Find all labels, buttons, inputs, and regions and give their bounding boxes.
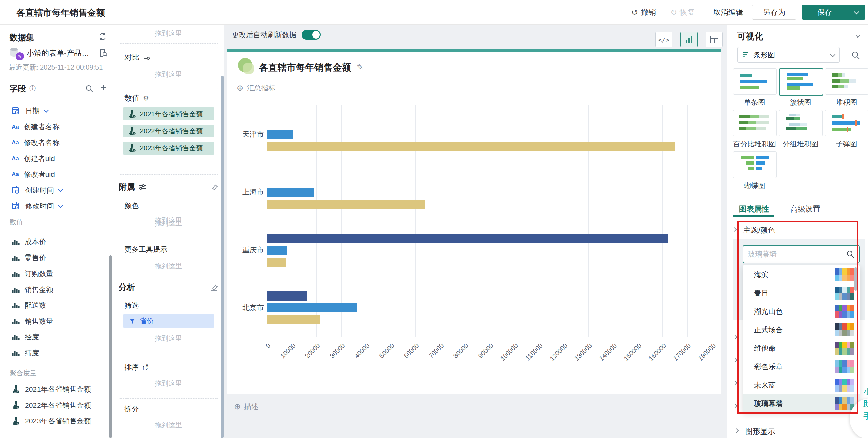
filter-pill[interactable]: 省份 xyxy=(123,314,214,328)
theme-option[interactable]: 海滨 xyxy=(743,265,860,284)
auto-refresh-toggle[interactable] xyxy=(302,30,321,40)
save-button[interactable]: 保存 xyxy=(802,5,848,20)
theme-option[interactable]: 玻璃幕墙 xyxy=(743,394,860,413)
dataset-preview-icon[interactable] xyxy=(99,48,108,57)
dataset-refresh-icon[interactable] xyxy=(98,32,107,41)
value-pill[interactable]: 2021年各省销售金额 xyxy=(123,107,214,120)
view-chart-button[interactable] xyxy=(680,32,698,47)
undo-button[interactable]: ↺ 撤销 xyxy=(631,6,656,18)
field-item-dimension[interactable]: 日期 xyxy=(12,103,110,119)
theme-option[interactable]: 湖光山色 xyxy=(743,302,860,321)
view-code-button[interactable]: </> xyxy=(655,32,672,47)
sort-shelf[interactable]: 排序 ↑ AZ 拖到这里 xyxy=(119,357,218,394)
field-item-measure[interactable]: 零售价 xyxy=(12,250,110,266)
tooltip-shelf[interactable]: 更多工具提示 拖到这里 xyxy=(119,239,218,277)
theme-option[interactable]: 正式场合 xyxy=(743,321,860,339)
shelf-scrollbar[interactable] xyxy=(221,76,224,438)
chart-bar[interactable] xyxy=(267,188,314,197)
chart-type-option[interactable] xyxy=(779,68,823,96)
field-item-dimension[interactable]: Aa创建者名称 xyxy=(12,119,110,135)
chart-bar[interactable] xyxy=(267,291,307,301)
redo-button[interactable]: ↻ 恢复 xyxy=(670,6,695,18)
field-item-measure[interactable]: 纬度 xyxy=(12,345,110,361)
description-button[interactable]: ⊕ 描述 xyxy=(234,402,258,411)
compare-shelf[interactable]: 对比 拖到这里 xyxy=(119,47,218,84)
chart-type-option[interactable] xyxy=(733,151,777,178)
field-item-measure[interactable]: 销售金额 xyxy=(12,282,110,298)
chart-type-option[interactable] xyxy=(733,110,777,136)
chevron-down-icon[interactable] xyxy=(58,202,63,208)
bar-measure-icon xyxy=(12,333,20,341)
field-item-measure[interactable]: 订购数量 xyxy=(12,266,110,282)
thumb-bar xyxy=(748,167,754,170)
field-item-aggregate[interactable]: 2021年各省销售金额 xyxy=(12,381,113,397)
chart-type-option[interactable] xyxy=(733,68,777,95)
values-shelf[interactable]: 数值 ⚙ 2021年各省销售金额2022年各省销售金额2023年各省销售金额 拖… xyxy=(119,88,218,175)
chart-type-option[interactable] xyxy=(825,68,868,95)
dataset-item[interactable]: ✎ 小策的表单-产品练习... xyxy=(9,46,104,61)
field-item-dimension[interactable]: Aa修改者名称 xyxy=(12,135,110,151)
thumb-bar xyxy=(741,156,754,159)
table-icon xyxy=(710,36,718,43)
chevron-down-icon[interactable] xyxy=(44,107,49,113)
chart-bar[interactable] xyxy=(267,315,320,324)
value-pill[interactable]: 2022年各省销售金额 xyxy=(123,125,214,137)
view-table-button[interactable] xyxy=(706,32,723,47)
chart-bar[interactable] xyxy=(267,200,425,209)
theme-option[interactable]: 维他命 xyxy=(743,339,860,357)
theme-option[interactable]: 彩色乐章 xyxy=(743,357,860,376)
thumb-bar xyxy=(849,79,856,83)
chart-bar[interactable] xyxy=(267,246,287,255)
field-item-aggregate[interactable]: 2022年各省销售金额 xyxy=(12,397,113,413)
values-label: 数值 xyxy=(124,93,139,103)
field-item-dimension[interactable]: 修改时间 xyxy=(12,198,110,214)
field-label: 创建者uid xyxy=(24,154,55,163)
thumb-bar xyxy=(855,120,857,126)
theme-option[interactable]: 未来蓝 xyxy=(743,376,860,394)
chart-type-option[interactable] xyxy=(825,110,868,136)
chart-bar[interactable] xyxy=(267,142,675,151)
chart-type-selector[interactable]: 条形图 xyxy=(737,47,840,63)
theme-list-scrollbar[interactable] xyxy=(854,267,857,291)
field-item-dimension[interactable]: Aa创建者uid xyxy=(12,151,110,167)
tab-chart-properties[interactable]: 图表属性 xyxy=(739,204,769,214)
thumb-bar xyxy=(844,85,848,88)
field-item-measure[interactable]: 销售数量 xyxy=(12,313,110,330)
split-shelf[interactable]: 拆分 拖到这里 xyxy=(119,398,218,436)
sidebar-scrollbar[interactable] xyxy=(109,255,112,438)
chart-bar[interactable] xyxy=(267,303,357,312)
save-as-button[interactable]: 另存为 xyxy=(752,5,796,20)
thumb-bar xyxy=(842,73,845,77)
chart-bar[interactable] xyxy=(267,258,286,267)
field-item-dimension[interactable]: Aa修改者uid xyxy=(12,166,110,182)
theme-search-input[interactable]: 玻璃幕墙 xyxy=(743,245,860,263)
field-item-measure[interactable]: 经度 xyxy=(12,329,110,345)
save-dropdown-button[interactable] xyxy=(848,5,865,20)
value-pill[interactable]: 2023年各省销售金额 xyxy=(123,142,214,155)
chart-type-option[interactable] xyxy=(779,110,823,136)
color-shelf[interactable]: 颜色 拖到这里 xyxy=(119,195,218,235)
theme-option[interactable]: 春日 xyxy=(743,284,860,302)
chart-bar[interactable] xyxy=(267,130,293,139)
viz-header: 可视化 xyxy=(737,31,763,42)
type-search-icon[interactable] xyxy=(851,50,860,60)
filter-shelf[interactable]: 筛选 省份 拖到这里 xyxy=(119,295,218,353)
field-search-icon[interactable] xyxy=(85,85,93,93)
summary-metric-button[interactable]: ⊕ 汇总指标 xyxy=(237,83,275,93)
gear-icon[interactable]: ⚙ xyxy=(143,94,149,102)
chart-bar[interactable] xyxy=(267,234,668,243)
field-label: 创建者名称 xyxy=(24,122,60,132)
eraser-icon[interactable] xyxy=(210,183,218,191)
chevron-down-icon[interactable] xyxy=(58,187,63,192)
page-title: 各直辖市每年销售金额 xyxy=(16,7,105,19)
add-field-icon[interactable]: + xyxy=(100,81,107,94)
edit-title-icon[interactable]: ✎ xyxy=(357,63,363,72)
field-item-dimension[interactable]: 创建时间 xyxy=(12,182,110,199)
field-item-measure[interactable]: 配送数 xyxy=(12,297,110,313)
tab-advanced-settings[interactable]: 高级设置 xyxy=(790,204,820,214)
field-item-aggregate[interactable]: 2023年各省销售金额 xyxy=(12,413,113,429)
field-item-measure[interactable]: 成本价 xyxy=(12,234,110,250)
eraser-icon[interactable] xyxy=(210,283,218,291)
cancel-edit-button[interactable]: 取消编辑 xyxy=(713,6,743,18)
toggle-knob xyxy=(312,31,320,39)
